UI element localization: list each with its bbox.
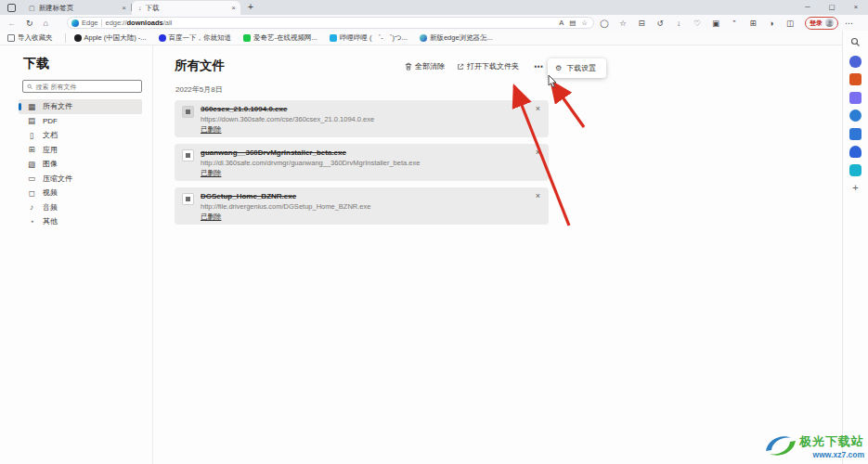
bookmark-baidu[interactable]: 百度一下，你就知道 [159,33,232,43]
back-button[interactable]: ← [7,19,16,28]
folder-icon [7,34,15,42]
sidebar-office-icon[interactable] [849,110,862,122]
context-menu: ⚙ 下载设置 [548,58,606,78]
sidebar-item-documents[interactable]: ▯ 文档 [19,128,142,143]
tab-close-icon[interactable]: × [122,4,126,12]
search-icon [27,84,32,90]
bookmark-bilibili[interactable]: 哔哩哔哩 ( ゜- ゜)つ... [330,33,408,43]
sidebar-item-pdf[interactable]: ▤ PDF [19,114,142,129]
tab-actions-menu-icon[interactable] [7,4,16,12]
maximize-button[interactable]: ▢ [820,0,844,15]
bookmark-label: 百度一下，你就知道 [169,33,232,43]
download-filename[interactable]: guanwang__360DrvMgrInstaller_beta.exe [201,148,346,157]
bookmark-apple[interactable]: Apple (中国大陆) -... [74,33,147,43]
app-icon: ⊞ [27,145,36,154]
sidebar-chat-icon[interactable] [849,164,862,176]
sidebar-item-images[interactable]: ▨ 图像 [19,157,142,172]
sidebar-games-icon[interactable] [849,146,862,158]
download-status-link[interactable]: 已删除 [201,125,222,135]
apple-favicon-icon [74,34,82,42]
address-divider [101,19,102,27]
bookmark-import-favorites[interactable]: 导入收藏夹 [7,33,53,43]
browser-essentials-icon[interactable]: ♡ [692,19,703,28]
login-button[interactable]: 登录 [810,19,823,28]
sidebar-item-archives[interactable]: ▭ 压缩文件 [19,172,142,187]
bookmark-label: Apple (中国大陆) -... [84,33,147,43]
read-aloud-icon[interactable]: A [559,19,564,27]
all-files-icon: ▦ [27,102,36,111]
collections-icon[interactable]: ⊟ [636,19,647,28]
category-nav: ▦ 所有文件 ▤ PDF ▯ 文档 ⊞ 应用 ▨ 图像 ▭ 压缩文件 ◻ 视频 … [19,99,142,229]
sidebar-image-creator-icon[interactable] [849,128,862,140]
clear-all-button[interactable]: 全部清除 [405,61,445,71]
date-heading: 2022年5月8日 [175,84,223,95]
search-input[interactable] [35,84,137,90]
downloads-button-icon[interactable]: ↓ [673,19,684,28]
section-title: 所有文件 [175,58,225,74]
tab-new-tab-page[interactable]: ▢ 新建标签页 × [22,1,131,15]
tab-downloads[interactable]: ↓ 下载 × [132,1,240,15]
history-icon[interactable]: ↺ [654,19,666,28]
tab-close-icon[interactable]: × [231,4,236,12]
clear-all-label: 全部清除 [415,61,445,71]
citations-icon[interactable]: ” [729,19,740,28]
bookmark-label: 爱奇艺-在线视频网... [253,33,317,43]
minimize-button[interactable]: ─ [796,0,820,15]
other-icon: ◔ [27,217,36,226]
split-screen-icon[interactable]: ◫ [784,19,796,28]
search-box[interactable] [22,80,142,93]
address-bar[interactable]: Edge edge://downloads/all A ▤ ☆ [67,17,594,29]
immersive-reader-icon[interactable]: ▤ [569,19,576,27]
gear-icon: ⚙ [555,64,562,72]
bookmark-label: 导入收藏夹 [18,33,53,43]
sidebar-search-icon[interactable] [849,37,862,49]
login-annotation-circle: 登录 [805,17,838,30]
open-download-folder-button[interactable]: 打开下载文件夹 [457,61,519,71]
close-icon[interactable]: × [536,104,540,113]
bookmarks-bar: 导入收藏夹 Apple (中国大陆) -... 百度一下，你就知道 爱奇艺-在线… [0,31,842,45]
download-status-link[interactable]: 已删除 [201,213,222,222]
download-filename[interactable]: 360csex_21.0.1094.0.exe [201,105,287,113]
menu-item-download-settings[interactable]: 下载设置 [566,63,596,73]
bookmark-iqiyi[interactable]: 爱奇艺-在线视频网... [243,33,317,43]
web-capture-icon[interactable]: ▣ [710,19,721,28]
sidebar-item-other[interactable]: ◔ 其他 [19,214,142,229]
download-item[interactable]: 360csex_21.0.1094.0.exe https://down.360… [175,100,549,137]
sidebar-discover-icon[interactable] [849,56,862,68]
download-filename[interactable]: DGSetup_Home_BZNR.exe [201,192,296,200]
trash-icon [405,62,412,71]
download-status-link[interactable]: 已删除 [201,169,222,178]
new-tab-button[interactable]: + [248,2,253,13]
watermark-logo-icon [764,432,797,460]
document-icon: ▯ [27,131,36,140]
sidebar-shopping-icon[interactable] [849,73,862,85]
favorites-icon[interactable]: ☆ [617,19,628,28]
audio-icon: ♪ [27,202,36,212]
download-item[interactable]: guanwang__360DrvMgrInstaller_beta.exe ht… [175,144,549,181]
sidebar-item-audio[interactable]: ♪ 音频 [19,200,142,215]
more-options-button[interactable]: ⋯ [531,61,546,71]
window-close-button[interactable]: × [844,0,868,15]
settings-more-icon[interactable]: ⋯ [845,19,853,28]
add-favorite-icon[interactable]: ☆ [581,19,588,27]
profile-avatar[interactable] [825,19,834,27]
sidebar-item-label: 压缩文件 [43,174,72,184]
download-url: http://dl.360safe.com/drvmgr/guanwang__3… [201,159,516,167]
drawing-tool-icon[interactable]: ◑ [766,19,777,28]
watermark-site-name: 极光下载站 [799,433,864,450]
tab-label: 新建标签页 [39,4,120,13]
refresh-button[interactable]: ↻ [26,19,33,28]
copilot-icon[interactable]: ◯ [599,19,610,28]
sidebar-tools-icon[interactable] [849,92,862,104]
download-item[interactable]: DGSetup_Home_BZNR.exe http://file.driver… [175,187,549,225]
close-icon[interactable]: × [536,191,540,200]
bookmark-edge-help[interactable]: 新版edge浏览器怎... [420,33,493,43]
bookmarks-divider [65,33,66,43]
sidebar-item-videos[interactable]: ◻ 视频 [19,186,142,200]
close-icon[interactable]: × [536,148,540,157]
sidebar-add-button[interactable]: + [849,182,862,194]
home-button[interactable]: ⌂ [44,19,48,28]
apps-icon[interactable]: ⊞ [747,19,758,28]
sidebar-item-all-files[interactable]: ▦ 所有文件 [19,99,142,114]
sidebar-item-apps[interactable]: ⊞ 应用 [19,143,142,158]
